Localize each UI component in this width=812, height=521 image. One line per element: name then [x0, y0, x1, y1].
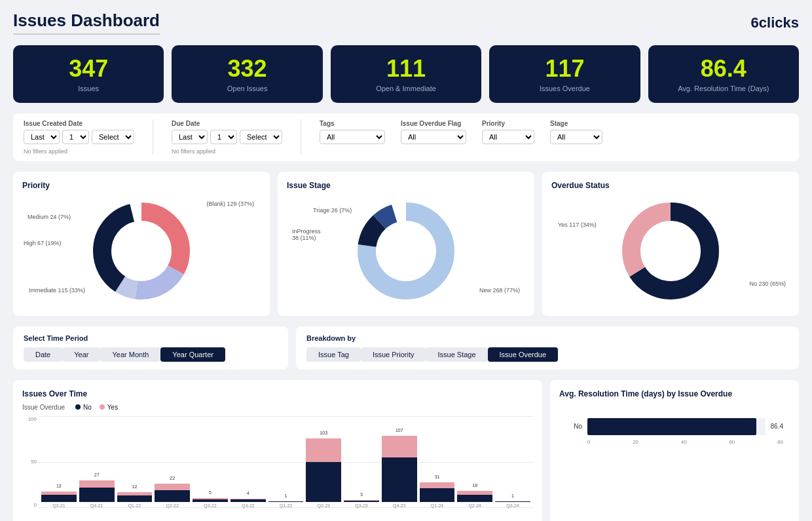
- filter-tags-label: Tags: [320, 120, 385, 127]
- overdue-status-chart-title: Overdue Status: [551, 181, 790, 190]
- kpi-value-2: 111: [339, 56, 473, 82]
- kpi-label-1: Open Issues: [179, 85, 314, 92]
- filter-issue-created-number[interactable]: 1: [62, 130, 89, 144]
- filter-tags-select[interactable]: All: [320, 130, 385, 144]
- brand-logo: 6clicks: [751, 14, 799, 31]
- bar-group-q4-21: 27 Q4-21: [79, 480, 115, 508]
- filter-stage-select[interactable]: All: [550, 130, 602, 144]
- kpi-value-3: 117: [497, 56, 632, 82]
- bar-group-q3-24: 1 Q3-24: [495, 501, 530, 508]
- bar-group-q4-23: 107 Q4-23: [382, 436, 417, 508]
- filter-issue-created-date-label: Issue Created Date: [24, 120, 134, 127]
- priority-chart-title: Priority: [22, 181, 261, 190]
- filter-stage-label: Stage: [550, 120, 602, 127]
- kpi-value-4: 86.4: [656, 56, 791, 82]
- breakdown-tab-issue-overdue[interactable]: Issue Overdue: [488, 347, 559, 362]
- breakdown-tabs: Issue Tag Issue Priority Issue Stage Iss…: [306, 347, 788, 362]
- legend-no-dot: [75, 404, 81, 410]
- overdue-status-chart-card: Overdue Status Yes 117 (34%) No 230 (65%…: [542, 172, 799, 316]
- avg-bar-value: 86.4: [771, 423, 783, 430]
- kpi-label-4: Avg. Resolution Time (Days): [656, 85, 791, 92]
- kpi-card-0: 347 Issues: [13, 45, 164, 103]
- bar-group-q1-24: 31 Q1-24: [420, 482, 455, 508]
- kpi-label-3: Issues Overdue: [497, 85, 632, 92]
- bar-group-q2-22: 22 Q2-22: [155, 484, 190, 508]
- kpi-card-3: 117 Issues Overdue: [489, 45, 640, 103]
- legend-no-label: No: [83, 404, 92, 411]
- bar-group-q3-22: 5 Q3-22: [193, 498, 228, 508]
- issue-stage-donut: [354, 199, 458, 303]
- filter-priority: Priority All: [482, 120, 534, 144]
- kpi-card-2: 111 Open & Immediate: [331, 45, 481, 103]
- filter-due-date: Due Date Last 1 Select No filters applie…: [172, 120, 282, 155]
- bar-group-q2-23: 103 Q2-23: [306, 438, 341, 508]
- filter-tags: Tags All: [320, 120, 385, 144]
- bottom-row: Issues Over Time Issue Overdue No Yes 10…: [13, 380, 799, 521]
- filter-issue-created-select[interactable]: Select: [92, 130, 134, 144]
- kpi-value-0: 347: [21, 56, 156, 82]
- bar-group-q1-22: 12 Q1-22: [117, 492, 153, 508]
- legend-no: No: [75, 404, 92, 411]
- filter-due-date-period[interactable]: Last: [172, 130, 208, 144]
- issues-over-time-title: Issues Over Time: [22, 389, 533, 398]
- filters-row: Issue Created Date Last 1 Select No filt…: [13, 113, 799, 161]
- kpi-row: 347 Issues 332 Open Issues 111 Open & Im…: [13, 45, 799, 103]
- period-card: Select Time Period Date Year Year Month …: [13, 326, 288, 370]
- filter-issue-created-note: No filters applied: [24, 148, 134, 155]
- priority-chart-card: Priority (Blank) 129 (37%) Medium 24 (7%…: [13, 172, 270, 316]
- legend-yes-label: Yes: [107, 404, 118, 411]
- bar-group-q3-21: 13 Q3-21: [41, 492, 77, 508]
- page-title: Issues Dashboard: [13, 10, 160, 35]
- bar-group-q1-23: 1 Q1-23: [268, 501, 304, 508]
- filter-stage: Stage All: [550, 120, 602, 144]
- legend-yes-dot: [100, 404, 105, 410]
- filter-due-date-label: Due Date: [172, 120, 282, 127]
- kpi-value-1: 332: [179, 56, 314, 82]
- kpi-label-0: Issues: [21, 85, 156, 92]
- breakdown-tab-issue-stage[interactable]: Issue Stage: [426, 347, 487, 362]
- avg-bar-label: No: [566, 423, 582, 430]
- charts-row: Priority (Blank) 129 (37%) Medium 24 (7%…: [13, 172, 799, 316]
- issue-stage-chart-card: Issue Stage Triage 26 (7%) InProgress38 …: [278, 172, 534, 316]
- filter-overdue-flag-select[interactable]: All: [401, 130, 466, 144]
- filter-priority-label: Priority: [482, 120, 534, 127]
- bar-group-q3-23: 3 Q3-23: [344, 500, 379, 508]
- tab-year[interactable]: Year: [62, 347, 100, 362]
- breakdown-row: Select Time Period Date Year Year Month …: [13, 326, 799, 370]
- breakdown-card: Breakdown by Issue Tag Issue Priority Is…: [296, 326, 799, 370]
- filter-due-date-number[interactable]: 1: [210, 130, 237, 144]
- issues-over-time-card: Issues Over Time Issue Overdue No Yes 10…: [13, 380, 542, 521]
- legend-yes: Yes: [100, 404, 118, 411]
- filter-priority-select[interactable]: All: [482, 130, 534, 144]
- header: Issues Dashboard 6clicks: [13, 10, 799, 35]
- tab-date[interactable]: Date: [24, 347, 62, 362]
- filter-overdue-flag: Issue Overdue Flag All: [401, 120, 466, 144]
- kpi-card-4: 86.4 Avg. Resolution Time (Days): [648, 45, 799, 103]
- bar-no: [41, 495, 77, 502]
- legend-label: Issue Overdue: [22, 404, 65, 411]
- filter-overdue-flag-label: Issue Overdue Flag: [401, 120, 466, 127]
- kpi-label-2: Open & Immediate: [339, 85, 473, 92]
- breakdown-tab-issue-priority[interactable]: Issue Priority: [361, 347, 426, 362]
- breakdown-title: Breakdown by: [306, 334, 788, 342]
- bar-group-q4-22: 4 Q4-22: [231, 499, 266, 508]
- avg-bar-track: [587, 418, 766, 435]
- priority-donut: [89, 199, 194, 303]
- avg-resolution-card: Avg. Resolution Time (days) by Issue Ove…: [550, 380, 799, 521]
- avg-resolution-title: Avg. Resolution Time (days) by Issue Ove…: [559, 389, 790, 398]
- issue-stage-chart-title: Issue Stage: [287, 181, 525, 190]
- avg-bar-fill: [587, 418, 756, 435]
- period-tabs: Date Year Year Month Year Quarter: [24, 347, 278, 362]
- tab-year-month[interactable]: Year Month: [100, 347, 160, 362]
- filter-issue-created-date: Issue Created Date Last 1 Select No filt…: [24, 120, 134, 155]
- filter-issue-created-period[interactable]: Last: [24, 130, 60, 144]
- overdue-status-donut: [618, 199, 723, 303]
- tab-year-quarter[interactable]: Year Quarter: [160, 347, 225, 362]
- filter-due-date-select[interactable]: Select: [240, 130, 282, 144]
- breakdown-tab-issue-tag[interactable]: Issue Tag: [306, 347, 361, 362]
- filter-due-date-note: No filters applied: [172, 148, 282, 155]
- period-title: Select Time Period: [24, 334, 278, 342]
- bar-group-q2-24: 18 Q2-24: [457, 491, 492, 508]
- issues-over-time-legend: Issue Overdue No Yes: [22, 404, 533, 411]
- kpi-card-1: 332 Open Issues: [172, 45, 322, 103]
